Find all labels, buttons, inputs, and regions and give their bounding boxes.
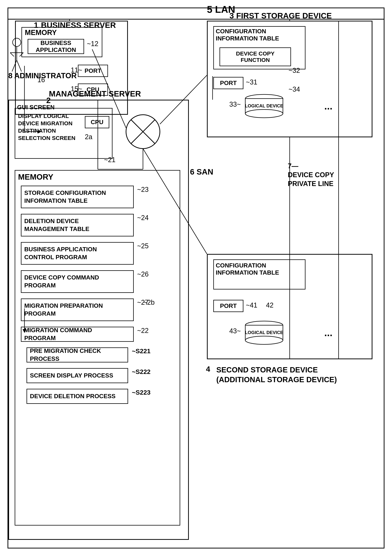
management-server-label: MANAGEMENT SERVER xyxy=(49,89,141,98)
ref-21: ~21 xyxy=(104,156,115,164)
config-table-label-ss: CONFIGURATION INFORMATION TABLE xyxy=(216,262,279,276)
ref-41: ~41 xyxy=(246,301,257,309)
ref-12: ~12 xyxy=(87,40,98,48)
svg-line-9 xyxy=(12,60,17,71)
storage-config-box: STORAGE CONFIGURATIONINFORMATION TABLE xyxy=(21,186,134,208)
device-deletion-label: DEVICE DELETION PROCESS xyxy=(30,392,115,400)
memory-box-ms: MEMORY STORAGE CONFIGURATIONINFORMATION … xyxy=(15,170,180,525)
deletion-device-box: DELETION DEVICEMANAGEMENT TABLE xyxy=(21,214,134,236)
config-table-box-ss: CONFIGURATION INFORMATION TABLE xyxy=(213,259,306,289)
storage-config-label: STORAGE CONFIGURATIONINFORMATION TABLE xyxy=(24,189,106,205)
administrator-ref: 8 ADMINISTRATOR xyxy=(8,71,77,80)
ms-memory-label: MEMORY xyxy=(18,172,53,182)
business-app-box: BUSINESS APPLICATION xyxy=(28,39,84,54)
ref-s221: ~S221 xyxy=(132,348,150,355)
dots-fs: ... xyxy=(324,100,332,112)
svg-line-10 xyxy=(17,60,22,71)
cylinder-icon-fs: LOGICAL DEVICE xyxy=(243,94,285,118)
ref-s223: ~S223 xyxy=(132,389,150,396)
first-storage-box: CONFIGURATION INFORMATION TABLE DEVICE C… xyxy=(207,21,372,137)
pre-migration-label: PRE MIGRATION CHECK PROCESS xyxy=(30,347,128,363)
cylinder-icon-ss: LOGICAL DEVICE xyxy=(243,321,285,345)
ref-2a: 2a xyxy=(85,133,92,141)
ref-s222: ~S222 xyxy=(132,368,150,375)
deletion-device-label: DELETION DEVICEMANAGEMENT TABLE xyxy=(24,217,89,233)
config-table-label-fs: CONFIGURATION INFORMATION TABLE xyxy=(216,28,279,42)
migration-prep-box: MIGRATION PREPARATIONPROGRAM xyxy=(21,299,134,321)
gui-screen-label: GUI SCREEN xyxy=(17,104,54,111)
person-icon xyxy=(8,38,25,75)
memory-box-bs: MEMORY BUSINESS APPLICATION ~12 xyxy=(22,27,102,57)
ref-33: 33~ xyxy=(229,100,241,108)
logical-device-fs-container: LOGICAL DEVICE xyxy=(243,94,285,119)
dots-ss: ... xyxy=(324,327,332,338)
pre-migration-box: PRE MIGRATION CHECK PROCESS xyxy=(27,348,128,363)
business-app-ctrl-box: BUSINESS APPLICATIONCONTROL PROGRAM xyxy=(21,242,134,265)
device-copy-cmd-box: DEVICE COPY COMMANDPROGRAM xyxy=(21,270,134,293)
ref-24: ~24 xyxy=(137,214,149,222)
svg-line-7 xyxy=(10,53,14,56)
screen-display-box: SCREEN DISPLAY PROCESS xyxy=(27,368,128,383)
business-app-label: BUSINESS APPLICATION xyxy=(28,39,84,54)
dcpl-label: 7— DEVICE COPY PRIVATE LINE xyxy=(288,162,334,188)
device-deletion-box: DEVICE DELETION PROCESS xyxy=(27,389,128,404)
second-storage-name: SECOND STORAGE DEVICE (ADDITIONAL STORAG… xyxy=(216,365,337,385)
config-table-box-fs: CONFIGURATION INFORMATION TABLE DEVICE C… xyxy=(213,26,306,70)
management-server-box: GUI SCREEN DISPLAY LOGICALDEVICE MIGRATI… xyxy=(8,100,189,540)
first-storage-label: 3 FIRST STORAGE DEVICE xyxy=(230,11,332,20)
business-app-ctrl-label: BUSINESS APPLICATIONCONTROL PROGRAM xyxy=(24,246,97,261)
migration-prep-label: MIGRATION PREPARATIONPROGRAM xyxy=(24,302,103,317)
second-storage-box: CONFIGURATION INFORMATION TABLE PORT ~41… xyxy=(207,254,372,359)
svg-line-8 xyxy=(20,53,23,56)
second-storage-label: 4 xyxy=(206,365,210,373)
san-label: 6 SAN xyxy=(190,167,213,177)
ref-26: ~26 xyxy=(137,270,149,278)
ref-22: ~22 xyxy=(137,327,149,335)
port-box-fs: PORT xyxy=(213,77,243,89)
port-box-bs: PORT xyxy=(78,65,108,77)
svg-text:LOGICAL DEVICE: LOGICAL DEVICE xyxy=(245,330,283,335)
logical-device-ss-container: LOGICAL DEVICE xyxy=(243,321,285,346)
cpu-box-ms: CPU xyxy=(85,116,109,128)
device-copy-func-box: DEVICE COPYFUNCTION xyxy=(220,47,291,66)
ref-32: ~32 xyxy=(289,67,300,75)
ref-23: ~23 xyxy=(137,186,149,193)
diagram-container: 5 LAN 1 BUSINESS SERVER MEMORY BUSINESS … xyxy=(0,0,392,556)
gui-screen-box: GUI SCREEN DISPLAY LOGICALDEVICE MIGRATI… xyxy=(15,108,113,159)
ref-43: 43~ xyxy=(229,327,241,335)
migration-cmd-box: MIGRATION COMMANDPROGRAM xyxy=(21,327,134,342)
ref-25: ~25 xyxy=(137,242,149,250)
ref-42: 42 xyxy=(266,301,274,309)
ref-34: ~34 xyxy=(289,85,300,93)
administrator-figure xyxy=(8,38,25,76)
port-box-ss: PORT xyxy=(213,300,243,312)
bs-memory-label: MEMORY xyxy=(25,29,57,37)
svg-point-4 xyxy=(13,38,21,46)
ref-31: ~31 xyxy=(246,78,257,86)
ref-2b: ~2b xyxy=(143,299,155,306)
device-copy-func-label: DEVICE COPYFUNCTION xyxy=(236,50,274,63)
screen-display-label: SCREEN DISPLAY PROCESS xyxy=(30,372,113,379)
svg-point-2 xyxy=(245,109,283,118)
gui-content-text: DISPLAY LOGICALDEVICE MIGRATIONDESTINATI… xyxy=(18,112,76,142)
svg-text:LOGICAL DEVICE: LOGICAL DEVICE xyxy=(245,103,283,108)
svg-point-13 xyxy=(245,336,283,344)
device-copy-cmd-label: DEVICE COPY COMMANDPROGRAM xyxy=(24,274,99,289)
migration-cmd-label: MIGRATION COMMANDPROGRAM xyxy=(24,326,92,342)
